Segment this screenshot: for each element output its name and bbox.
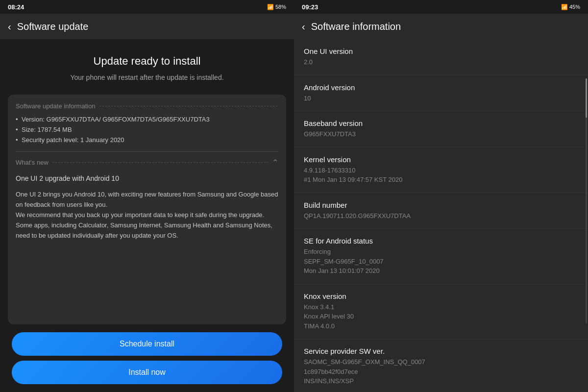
info-row: Kernel version4.9.118-17633310 #1 Mon Ja… — [294, 147, 588, 193]
info-row: Build numberQP1A.190711.020.G965FXXU7DTA… — [294, 193, 588, 229]
battery-icon-right: 📶 45% — [561, 4, 580, 10]
info-row-value: 2.0 — [304, 57, 578, 67]
info-row-value: G965FXXU7DTA3 — [304, 129, 578, 139]
info-row-label: One UI version — [304, 47, 578, 55]
header-left: ‹ Software update — [0, 14, 294, 39]
info-row-value: Enforcing SEPF_SM-G965F_10_0007 Mon Jan … — [304, 247, 578, 276]
status-icons-left: 📶 58% — [267, 4, 286, 10]
update-hero: Update ready to install Your phone will … — [0, 39, 294, 95]
whats-new-section: What's new ⌃ One UI 2 upgrade with Andro… — [16, 151, 278, 241]
info-row: Knox versionKnox 3.4.1 Knox API level 30… — [294, 284, 588, 340]
status-bar-left: 08:24 📶 58% — [0, 0, 294, 14]
card-section-title: Software update information — [16, 102, 278, 110]
back-button-left[interactable]: ‹ — [8, 21, 11, 32]
header-right: ‹ Software information — [294, 14, 588, 39]
whats-new-body: One UI 2 brings you Android 10, with exc… — [16, 190, 278, 241]
info-row-label: SE for Android status — [304, 237, 578, 245]
time-left: 08:24 — [8, 3, 24, 11]
info-list-right[interactable]: One UI version2.0Android version10Baseba… — [294, 39, 588, 392]
info-row-label: Build number — [304, 201, 578, 209]
info-row-label: Service provider SW ver. — [304, 347, 578, 355]
page-title-left: Software update — [17, 21, 89, 32]
scrollbar-track — [586, 78, 587, 323]
info-list: Version: G965FXXU7DTAA/ G965FOXM7DTA5/G9… — [16, 116, 278, 144]
whats-new-label: What's new — [16, 159, 49, 166]
battery-icon-left: 📶 58% — [267, 4, 286, 10]
whats-new-content: One UI 2 upgrade with Android 10 One UI … — [16, 173, 278, 241]
scrollbar-thumb — [586, 78, 587, 118]
hero-subtitle: Your phone will restart after the update… — [12, 73, 282, 83]
info-row-label: Android version — [304, 83, 578, 92]
info-row-value: Knox 3.4.1 Knox API level 30 TIMA 4.0.0 — [304, 302, 578, 331]
info-row: Service provider SW ver.SAOMC_SM-G965F_O… — [294, 339, 588, 392]
time-right: 09:23 — [302, 3, 318, 11]
info-row-label: Knox version — [304, 292, 578, 300]
status-icons-right: 📶 45% — [561, 4, 580, 10]
update-info-card: Software update information Version: G96… — [8, 95, 286, 324]
info-row-value: 4.9.118-17633310 #1 Mon Jan 13 09:47:57 … — [304, 166, 578, 185]
info-row-value: QP1A.190711.020.G965FXXU7DTAA — [304, 211, 578, 221]
right-panel: 09:23 📶 45% ‹ Software information One U… — [294, 0, 588, 392]
install-now-button[interactable]: Install now — [12, 361, 282, 384]
whats-new-header: What's new ⌃ — [16, 158, 278, 167]
chevron-up-icon[interactable]: ⌃ — [272, 158, 278, 167]
hero-title: Update ready to install — [12, 55, 282, 68]
list-item: Security patch level: 1 January 2020 — [16, 136, 278, 144]
info-row-label: Baseband version — [304, 119, 578, 127]
schedule-install-button[interactable]: Schedule install — [12, 332, 282, 356]
back-button-right[interactable]: ‹ — [302, 21, 305, 32]
left-panel: 08:24 📶 58% ‹ Software update Update rea… — [0, 0, 294, 392]
info-row: SE for Android statusEnforcing SEPF_SM-G… — [294, 229, 588, 284]
right-panel-inner: One UI version2.0Android version10Baseba… — [294, 39, 588, 392]
dotted-divider — [99, 106, 278, 106]
info-row: Android version10 — [294, 75, 588, 112]
info-row-value: 10 — [304, 94, 578, 103]
list-item: Version: G965FXXU7DTAA/ G965FOXM7DTA5/G9… — [16, 116, 278, 123]
page-title-right: Software information — [311, 21, 401, 32]
info-row: Baseband versionG965FXXU7DTA3 — [294, 111, 588, 147]
info-row-label: Kernel version — [304, 155, 578, 164]
list-item: Size: 1787.54 MB — [16, 126, 278, 133]
info-row-value: SAOMC_SM-G965F_OXM_INS_QQ_0007 1c897bb42… — [304, 357, 578, 386]
whats-new-headline: One UI 2 upgrade with Android 10 — [16, 173, 278, 184]
status-bar-right: 09:23 📶 45% — [294, 0, 588, 14]
info-row: One UI version2.0 — [294, 39, 588, 75]
button-area: Schedule install Install now — [0, 324, 294, 392]
